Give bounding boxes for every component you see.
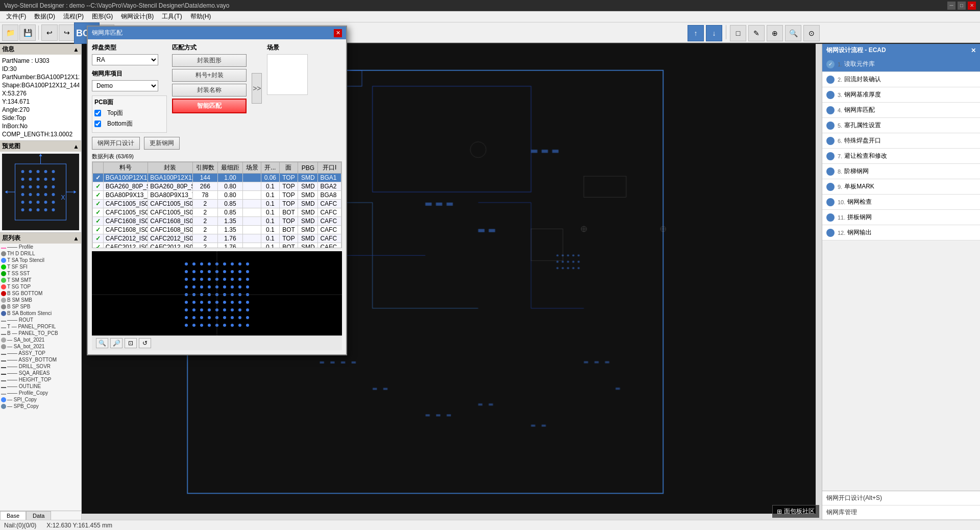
menu-flow[interactable]: 流程(P) [59,11,88,22]
open-button[interactable]: 📁 [2,25,18,41]
layer-item[interactable]: T SM SMT [0,277,81,283]
table-row[interactable]: ✓ CAFC1005_IS0402Q CAFC1005_IS0402Q 2 0.… [93,200,341,208]
match-smart-btn[interactable]: 智能匹配 [172,99,247,113]
workflow-item-9[interactable]: ✓9.单板MARK [822,179,980,195]
fit-preview-btn[interactable]: ⊡ [125,338,137,348]
workflow-item-12[interactable]: ✓12.钢网输出 [822,225,980,240]
bottom-tabs: Base Data [0,511,82,520]
layer-item[interactable]: — SA_bot_2021 [0,343,81,350]
menu-tools[interactable]: 工具(T) [158,11,186,22]
maximize-button[interactable]: □ [958,2,966,10]
layer-item[interactable]: T SA Top Stencil [0,257,81,263]
layer-item[interactable]: TH D DRILL [0,250,81,257]
workflow-panel-header: 钢网设计流程 - ECAD ✕ [822,44,980,57]
top-face-checkbox[interactable] [94,110,101,116]
table-row[interactable]: ✓ BGA100P12X12_144... BGA100P12X12_1... … [93,174,341,182]
workflow-item-4[interactable]: ✓4.钢网库匹配 [822,103,980,118]
table-row[interactable]: ✓ CAFC1005_IS0402Q CAFC1005_IS0402Q 2 0.… [93,208,341,217]
svg-point-123 [223,270,226,273]
save-button[interactable]: 💾 [19,25,36,41]
nav-up-button[interactable]: ↑ [688,25,704,41]
nav-down-button[interactable]: ↓ [706,25,722,41]
workflow-item-3[interactable]: ✓3.钢网基准厚度 [822,87,980,103]
preview-header[interactable]: 预览图 ▲ [0,141,81,152]
workflow-item-1[interactable]: ✓1.读取元件库 [822,57,980,72]
select-button[interactable]: □ [730,25,746,41]
workflow-item-2[interactable]: ✓2.回流封装确认 [822,72,980,87]
workflow-item-7[interactable]: ✓7.避让检查和修改 [822,149,980,164]
workflow-item-11[interactable]: ✓11.拼板钢网 [822,210,980,225]
library-select[interactable]: Demo [92,80,158,91]
menu-help[interactable]: 帮助(H) [186,11,215,22]
layer-item[interactable]: —— SQA_AREAS [0,370,81,376]
layer-item[interactable]: —— ASSY_BOTTOM [0,356,81,363]
zoom-button[interactable]: 🔍 [785,25,801,41]
layer-item[interactable]: T — PANEL_PROFIL [0,323,81,330]
pad-type-select[interactable]: RA [92,54,158,65]
svg-point-128 [192,278,195,281]
table-row[interactable]: ✓ CAFC1608_IS0603Q CAFC1608_IS0603Q 2 1.… [93,226,341,234]
match-package-name-btn[interactable]: 封装名称 [172,84,247,97]
menu-stencil[interactable]: 钢网设计(B) [117,11,158,22]
tab-base[interactable]: Base [0,511,26,520]
library-manage-btn[interactable]: 钢网库管理 [822,505,980,520]
table-row[interactable]: ✓ BGA80P9X13_78_75... BGA80P9X13_78_... … [93,191,341,200]
expand-button[interactable]: >> [252,73,262,104]
minimize-button[interactable]: ─ [947,2,955,10]
undo-button[interactable]: ↩ [41,25,58,41]
layer-item[interactable]: B SP SPB [0,303,81,310]
layer-item[interactable]: —— OUTLINE [0,383,81,390]
redo-button[interactable]: ↪ [59,25,75,41]
layer-header[interactable]: 层列表 ▲ [0,233,81,244]
layer-item[interactable]: — SPB_Copy [0,403,81,409]
edit-button[interactable]: ✎ [748,25,765,41]
match-part-package-btn[interactable]: 料号+封装 [172,69,247,82]
vertical-scrollbar[interactable] [816,44,822,514]
layer-item[interactable]: — SPI_Copy [0,396,81,403]
layer-item[interactable]: B SA Bottom Stenci [0,310,81,317]
layer-item[interactable]: —— Profile_Copy [0,390,81,396]
menu-shape[interactable]: 图形(G) [88,11,117,22]
crosshair-button[interactable]: ⊕ [767,25,783,41]
update-stencil-btn[interactable]: 更新钢网 [144,137,180,150]
workflow-item-10[interactable]: ✓10.钢网检查 [822,195,980,210]
info-header[interactable]: 信息 ▲ [0,44,81,55]
layer-item[interactable]: B — PANEL_TO_PCB [0,330,81,336]
dialog-close-button[interactable]: ✕ [334,29,342,37]
reset-preview-btn[interactable]: ↺ [139,338,151,348]
layer-item[interactable]: T SS SST [0,270,81,277]
workflow-item-5[interactable]: ✓5.塞孔属性设置 [822,118,980,133]
library-title: 钢网库项目 [92,69,167,78]
table-row[interactable]: ✓ BGA260_80P_SKT BGA260_80P_SKT 266 0.80… [93,182,341,191]
target-button[interactable]: ⊙ [803,25,820,41]
layer-item[interactable]: —— Profile [0,244,81,250]
horizontal-scrollbar[interactable] [82,514,822,520]
layer-item[interactable]: T SG TOP [0,283,81,290]
bottom-face-checkbox[interactable] [94,121,101,127]
layer-item[interactable]: — SA_bot_2021 [0,336,81,343]
open-design-btn[interactable]: 钢网开口设计(Alt+S) [822,491,980,505]
layer-item[interactable]: B SG BOTTOM [0,290,81,297]
zoom-in-preview-btn[interactable]: 🔍 [96,338,108,348]
workflow-item-8[interactable]: ✓8.阶梯钢网 [822,164,980,179]
table-container[interactable]: 料号 封装 引脚数 最细距 场景 开... 面 PBG 开口I ✓ BGA100… [92,161,342,248]
match-package-shape-btn[interactable]: 封装图形 [172,54,247,67]
menu-file[interactable]: 文件(F) [2,11,30,22]
menu-data[interactable]: 数据(D) [30,11,59,22]
layer-item[interactable]: —— ROUT [0,317,81,323]
layer-item[interactable]: B SM SMB [0,297,81,303]
table-row[interactable]: ✓ CAFC2012_IS0805Q CAFC2012_IS0805Q 2 1.… [93,234,341,243]
tab-data[interactable]: Data [26,511,51,520]
zoom-out-preview-btn[interactable]: 🔎 [110,338,122,348]
close-icon[interactable]: ✕ [971,47,976,54]
close-button[interactable]: ✕ [968,2,976,10]
layer-item[interactable]: —— ASSY_TOP [0,350,81,356]
table-row[interactable]: ✓ CAFC2012_IS0805Q CAFC2012_IS0805Q 2 1.… [93,243,341,249]
layer-item[interactable]: —— DRILL_SOVR [0,363,81,370]
workflow-item-6[interactable]: ✓6.特殊焊盘开口 [822,133,980,149]
layer-item[interactable]: —— HEIGHT_TOP [0,376,81,383]
stencil-design-btn[interactable]: 钢网开口设计 [92,137,140,150]
svg-point-64 [556,261,558,263]
layer-item[interactable]: T SF SFI [0,263,81,270]
table-row[interactable]: ✓ CAFC1608_IS0603Q CAFC1608_IS0603Q 2 1.… [93,217,341,226]
